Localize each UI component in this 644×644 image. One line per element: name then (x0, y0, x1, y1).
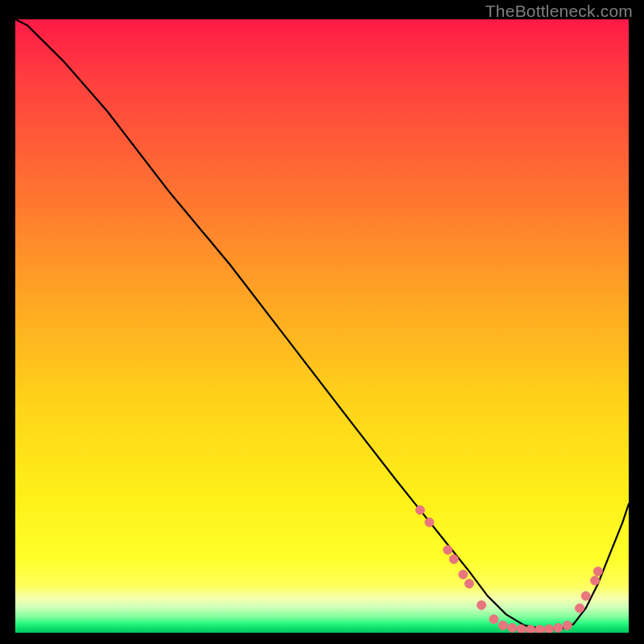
curve-marker (459, 570, 468, 579)
curve-marker (563, 621, 572, 630)
curve-marker (576, 604, 584, 613)
curve-marker (415, 506, 424, 514)
curve-marker (591, 576, 600, 585)
chart-area (15, 19, 629, 633)
curve-marker (554, 623, 563, 632)
curve-marker (464, 580, 473, 588)
curve-marker (449, 555, 458, 564)
curve-marker (498, 621, 507, 630)
curve-marker (477, 601, 486, 609)
attribution-text: TheBottleneck.com (485, 2, 633, 21)
curve-line (15, 19, 629, 629)
curve-marker (508, 623, 517, 632)
curve-marker (444, 546, 452, 555)
curve-marker (593, 567, 602, 576)
markers-group (415, 506, 602, 633)
curve-marker (526, 625, 535, 633)
chart-svg (15, 19, 629, 633)
curve-marker (535, 625, 544, 633)
curve-marker (489, 615, 498, 624)
curve-marker (425, 518, 434, 526)
curve-marker (581, 592, 590, 601)
curve-marker (517, 625, 526, 633)
curve-marker (544, 625, 553, 633)
